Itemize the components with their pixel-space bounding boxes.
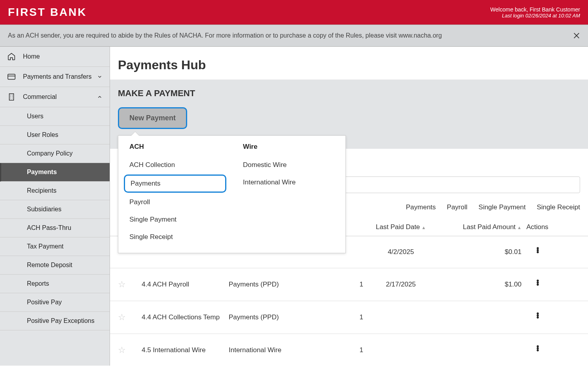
home-icon	[7, 52, 16, 61]
kebab-menu-icon[interactable]: •••	[536, 345, 538, 351]
welcome-block: Welcome back, First Bank Customer Last l…	[490, 6, 580, 19]
welcome-text: Welcome back, First Bank Customer	[490, 6, 580, 13]
dropdown-opt-payroll[interactable]: Payroll	[129, 193, 221, 211]
dropdown-opt-international-wire[interactable]: International Wire	[243, 174, 334, 191]
filter-single-payment[interactable]: Single Payment	[478, 203, 525, 211]
sidebar-subitem-company-policy[interactable]: Company Policy	[0, 144, 110, 163]
col-last-paid-date[interactable]: Last Paid Date▲	[363, 223, 438, 231]
sidebar-label: Home	[23, 53, 40, 60]
sidebar-subitem-subsidiaries[interactable]: Subsidiaries	[0, 200, 110, 219]
notice-text: As an ACH sender, you are required to ab…	[8, 32, 442, 39]
dropdown-opt-single-payment[interactable]: Single Payment	[129, 211, 221, 228]
chevron-up-icon	[97, 94, 102, 100]
new-payment-button[interactable]: New Payment	[118, 107, 187, 129]
col-actions: Actions	[522, 223, 553, 231]
kebab-menu-icon[interactable]: •••	[536, 313, 538, 319]
sidebar-label: Payments and Transfers	[23, 73, 91, 80]
table-row: ☆ 4.4 ACH Collections Temp Payments (PPD…	[110, 301, 588, 334]
svg-rect-2	[8, 74, 15, 80]
sort-arrow-icon: ▲	[421, 225, 426, 230]
kebab-menu-icon[interactable]: •••	[536, 247, 538, 253]
sidebar-subitem-tax-payment[interactable]: Tax Payment	[0, 237, 110, 256]
sidebar-subitem-positive-pay[interactable]: Positive Pay	[0, 293, 110, 312]
dropdown-opt-ach-collection[interactable]: ACH Collection	[129, 156, 221, 174]
chevron-down-icon	[97, 74, 102, 80]
table-row: ☆ 4.5 International Wire International W…	[110, 334, 588, 366]
sidebar-item-home[interactable]: Home	[0, 47, 110, 67]
app-header: FIRST BANK Welcome back, First Bank Cust…	[0, 0, 588, 25]
dropdown-opt-single-receipt[interactable]: Single Receipt	[129, 228, 221, 246]
dropdown-opt-payments[interactable]: Payments	[124, 175, 226, 193]
building-icon	[7, 93, 16, 101]
filter-single-receipt[interactable]: Single Receipt	[537, 203, 580, 211]
sidebar-subitem-user-roles[interactable]: User Roles	[0, 126, 110, 144]
filter-payments[interactable]: Payments	[406, 203, 436, 211]
sort-arrow-icon: ▲	[517, 225, 522, 230]
table-row: ☆ 4.4 ACH Payroll Payments (PPD) 1 2/17/…	[110, 268, 588, 301]
dropdown-head-wire: Wire	[243, 143, 334, 151]
col-last-paid-amount[interactable]: Last Paid Amount▲	[438, 223, 522, 231]
sidebar-subitem-ach-pass-thru[interactable]: ACH Pass-Thru	[0, 219, 110, 237]
kebab-menu-icon[interactable]: •••	[536, 280, 538, 286]
sidebar-subitem-users[interactable]: Users	[0, 107, 110, 126]
sidebar-subitem-positive-pay-exceptions[interactable]: Positive Pay Exceptions	[0, 312, 110, 330]
svg-rect-4	[9, 94, 14, 101]
last-login-text: Last login 02/26/2024 at 10:02 AM	[490, 13, 580, 19]
sidebar-item-commercial[interactable]: Commercial	[0, 87, 110, 107]
sidebar-subitem-reports[interactable]: Reports	[0, 275, 110, 293]
section-heading: MAKE A PAYMENT	[118, 88, 580, 99]
card-icon	[7, 72, 16, 81]
sidebar-subitem-remote-deposit[interactable]: Remote Deposit	[0, 256, 110, 275]
dropdown-head-ach: ACH	[129, 143, 221, 151]
bank-logo: FIRST BANK	[8, 6, 87, 19]
sidebar-item-payments-transfers[interactable]: Payments and Transfers	[0, 67, 110, 87]
sidebar-subitem-recipients[interactable]: Recipients	[0, 182, 110, 200]
star-icon[interactable]: ☆	[118, 345, 126, 355]
dropdown-opt-domestic-wire[interactable]: Domestic Wire	[243, 156, 334, 174]
dropdown-col-ach: ACH ACH Collection Payments Payroll Sing…	[118, 143, 232, 246]
dropdown-col-wire: Wire Domestic Wire International Wire	[232, 143, 345, 246]
sidebar-label: Commercial	[23, 93, 57, 101]
main-content: Payments Hub MAKE A PAYMENT New Payment …	[110, 47, 588, 366]
notice-banner: As an ACH sender, you are required to ab…	[0, 25, 588, 47]
page-title: Payments Hub	[110, 47, 588, 80]
sidebar-subitem-payments[interactable]: Payments	[0, 163, 110, 182]
star-icon[interactable]: ☆	[118, 312, 126, 322]
sidebar: Home Payments and Transfers Commercial U…	[0, 47, 110, 366]
filter-payroll[interactable]: Payroll	[447, 203, 467, 211]
close-icon[interactable]	[573, 32, 580, 39]
new-payment-dropdown: ACH ACH Collection Payments Payroll Sing…	[118, 135, 346, 253]
star-icon[interactable]: ☆	[118, 279, 126, 289]
